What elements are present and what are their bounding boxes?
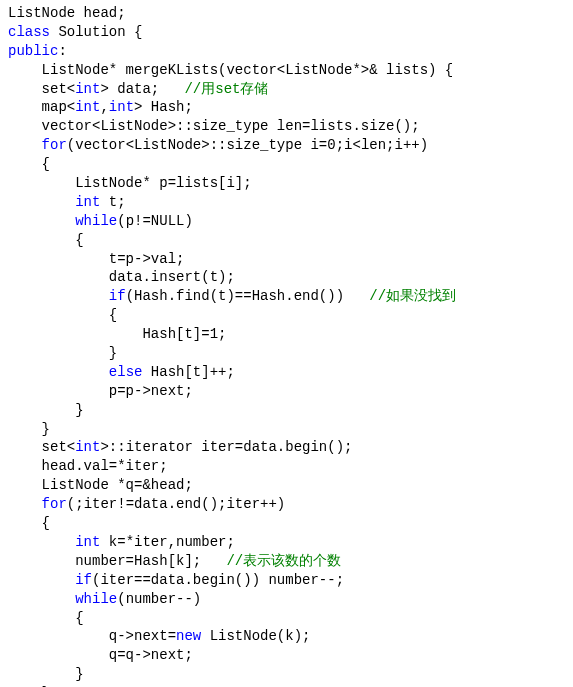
code-text bbox=[8, 288, 109, 304]
comment: //用set存储 bbox=[184, 81, 268, 97]
keyword-new: new bbox=[176, 628, 201, 644]
code-line: } bbox=[8, 402, 84, 418]
code-line: { bbox=[8, 156, 50, 172]
code-line: { bbox=[8, 610, 84, 626]
code-text: : bbox=[58, 43, 66, 59]
code-line: p=p->next; bbox=[8, 383, 193, 399]
code-text: Solution { bbox=[50, 24, 142, 40]
code-text bbox=[8, 591, 75, 607]
keyword-int: int bbox=[75, 99, 100, 115]
comment: //表示该数的个数 bbox=[226, 553, 341, 569]
code-text: (p!=NULL) bbox=[117, 213, 193, 229]
code-line: } bbox=[8, 666, 84, 682]
code-line: ListNode head; bbox=[8, 5, 126, 21]
keyword-public: public bbox=[8, 43, 58, 59]
code-text: number=Hash[k]; bbox=[8, 553, 226, 569]
code-line: { bbox=[8, 232, 84, 248]
keyword-int: int bbox=[75, 534, 100, 550]
code-text bbox=[8, 194, 75, 210]
code-text: , bbox=[100, 99, 108, 115]
code-text: q->next= bbox=[8, 628, 176, 644]
code-line: ListNode *q=&head; bbox=[8, 477, 193, 493]
code-line: data.insert(t); bbox=[8, 269, 235, 285]
code-text: set< bbox=[8, 439, 75, 455]
keyword-int: int bbox=[75, 81, 100, 97]
code-line: { bbox=[8, 515, 50, 531]
keyword-for: for bbox=[42, 137, 67, 153]
code-text bbox=[8, 364, 109, 380]
code-text: (Hash.find(t)==Hash.end()) bbox=[126, 288, 370, 304]
code-line: t=p->val; bbox=[8, 251, 184, 267]
keyword-if: if bbox=[109, 288, 126, 304]
code-text: k=*iter,number; bbox=[100, 534, 234, 550]
comment: //如果没找到 bbox=[369, 288, 456, 304]
code-line: } bbox=[8, 421, 50, 437]
code-text bbox=[8, 213, 75, 229]
code-text bbox=[8, 534, 75, 550]
code-text: > data; bbox=[100, 81, 184, 97]
code-line: q=q->next; bbox=[8, 647, 193, 663]
code-text: map< bbox=[8, 99, 75, 115]
code-line: Hash[t]=1; bbox=[8, 326, 226, 342]
code-line: head.val=*iter; bbox=[8, 458, 168, 474]
keyword-for: for bbox=[42, 496, 67, 512]
code-text: set< bbox=[8, 81, 75, 97]
keyword-if: if bbox=[75, 572, 92, 588]
keyword-while: while bbox=[75, 213, 117, 229]
code-text: (number--) bbox=[117, 591, 201, 607]
code-text: (;iter!=data.end();iter++) bbox=[67, 496, 285, 512]
keyword-while: while bbox=[75, 591, 117, 607]
code-text: >::iterator iter=data.begin(); bbox=[100, 439, 352, 455]
code-text: t; bbox=[100, 194, 125, 210]
code-text bbox=[8, 137, 42, 153]
keyword-int: int bbox=[75, 439, 100, 455]
code-text: (iter==data.begin()) number--; bbox=[92, 572, 344, 588]
code-text bbox=[8, 496, 42, 512]
code-text bbox=[8, 572, 75, 588]
code-text: ListNode(k); bbox=[201, 628, 310, 644]
code-block: ListNode head; class Solution { public: … bbox=[0, 0, 573, 687]
code-line: vector<ListNode>::size_type len=lists.si… bbox=[8, 118, 420, 134]
keyword-int: int bbox=[75, 194, 100, 210]
code-text: (vector<ListNode>::size_type i=0;i<len;i… bbox=[67, 137, 428, 153]
code-line: } bbox=[8, 345, 117, 361]
code-text: Hash[t]++; bbox=[142, 364, 234, 380]
keyword-else: else bbox=[109, 364, 143, 380]
code-line: ListNode* mergeKLists(vector<ListNode*>&… bbox=[8, 62, 453, 78]
code-line: { bbox=[8, 307, 117, 323]
code-line: ListNode* p=lists[i]; bbox=[8, 175, 252, 191]
code-text: > Hash; bbox=[134, 99, 193, 115]
keyword-class: class bbox=[8, 24, 50, 40]
keyword-int: int bbox=[109, 99, 134, 115]
